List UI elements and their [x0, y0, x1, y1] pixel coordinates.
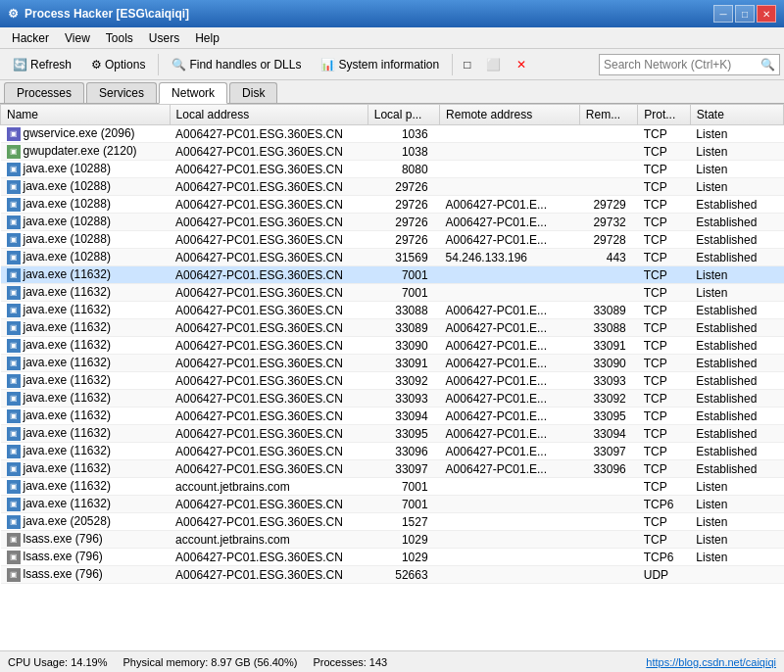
close-toolbar-button[interactable]: ✕ — [510, 52, 533, 77]
cell-remote-address — [440, 531, 580, 549]
cell-local-port: 1527 — [368, 513, 439, 531]
table-row[interactable]: ▣java.exe (11632) A006427-PC01.ESG.360ES… — [1, 302, 784, 319]
cell-state: Established — [690, 319, 783, 337]
tab-processes[interactable]: Processes — [4, 82, 84, 103]
sys-info-button[interactable]: 📊 System information — [312, 52, 448, 77]
window-controls: ─ □ ✕ — [713, 5, 776, 23]
table-row[interactable]: ▣lsass.exe (796) A006427-PC01.ESG.360ES.… — [1, 549, 784, 566]
cpu-usage: CPU Usage: 14.19% — [8, 656, 108, 668]
table-row[interactable]: ▣java.exe (20528) A006427-PC01.ESG.360ES… — [1, 513, 784, 531]
cell-protocol: TCP — [638, 125, 691, 143]
search-input[interactable] — [604, 58, 760, 72]
table-row[interactable]: ▣java.exe (11632) A006427-PC01.ESG.360ES… — [1, 319, 784, 337]
table-row[interactable]: ▣java.exe (10288) A006427-PC01.ESG.360ES… — [1, 214, 784, 231]
tab-disk[interactable]: Disk — [229, 82, 277, 103]
tab-services[interactable]: Services — [86, 82, 157, 103]
table-row[interactable]: ▣java.exe (11632) A006427-PC01.ESG.360ES… — [1, 425, 784, 443]
table-row[interactable]: ▣java.exe (11632) A006427-PC01.ESG.360ES… — [1, 460, 784, 478]
table-row[interactable]: ▣java.exe (10288) A006427-PC01.ESG.360ES… — [1, 249, 784, 266]
cell-local-port: 29726 — [368, 231, 439, 249]
table-row[interactable]: ▣java.exe (11632) account.jetbrains.com … — [1, 478, 784, 496]
table-row[interactable]: ▣java.exe (11632) A006427-PC01.ESG.360ES… — [1, 408, 784, 425]
cell-protocol: TCP — [638, 319, 691, 337]
close-button[interactable]: ✕ — [757, 5, 776, 23]
table-header-row: Name Local address Local p... Remote add… — [1, 105, 784, 125]
table-row[interactable]: ▣java.exe (11632) A006427-PC01.ESG.360ES… — [1, 355, 784, 372]
table-row[interactable]: ▣java.exe (10288) A006427-PC01.ESG.360ES… — [1, 178, 784, 196]
table-row[interactable]: ▣java.exe (10288) A006427-PC01.ESG.360ES… — [1, 196, 784, 214]
col-header-remote-port[interactable]: Rem... — [579, 105, 637, 125]
table-row[interactable]: ▣java.exe (11632) A006427-PC01.ESG.360ES… — [1, 284, 784, 302]
menu-users[interactable]: Users — [141, 29, 187, 47]
table-row[interactable]: ▣java.exe (11632) A006427-PC01.ESG.360ES… — [1, 443, 784, 460]
cell-remote-port — [579, 513, 637, 531]
process-icon: ▣ — [7, 357, 21, 370]
search-box[interactable]: 🔍 — [599, 54, 780, 75]
maximize-button[interactable]: □ — [735, 5, 755, 23]
refresh-button[interactable]: 🔄 Refresh — [4, 52, 80, 77]
col-header-local-address[interactable]: Local address — [170, 105, 368, 125]
cell-state: Established — [690, 196, 783, 214]
cell-remote-port: 443 — [579, 249, 637, 266]
cell-name: ▣java.exe (11632) — [1, 302, 171, 319]
cell-state: Listen — [690, 496, 783, 513]
cell-local-port: 8080 — [368, 161, 439, 178]
find-handles-button[interactable]: 🔍 Find handles or DLLs — [163, 52, 310, 77]
cell-protocol: TCP — [638, 231, 691, 249]
cell-protocol: TCP — [638, 513, 691, 531]
cell-name: ▣java.exe (11632) — [1, 319, 171, 337]
cell-state: Established — [690, 408, 783, 425]
window-big-button[interactable]: ⬜ — [479, 52, 508, 77]
status-link[interactable]: https://blog.csdn.net/caiqiqi — [646, 656, 776, 668]
cell-protocol: TCP — [638, 196, 691, 214]
cell-remote-port: 33094 — [579, 425, 637, 443]
options-button[interactable]: ⚙ Options — [82, 52, 154, 77]
process-icon: ▣ — [7, 480, 21, 494]
cell-remote-address — [440, 266, 580, 284]
table-row[interactable]: ▣java.exe (11632) A006427-PC01.ESG.360ES… — [1, 496, 784, 513]
cell-remote-address: A006427-PC01.E... — [440, 355, 580, 372]
menu-hacker[interactable]: Hacker — [4, 29, 57, 47]
menu-tools[interactable]: Tools — [98, 29, 141, 47]
cell-remote-port — [579, 178, 637, 196]
table-row[interactable]: ▣lsass.exe (796) A006427-PC01.ESG.360ES.… — [1, 566, 784, 584]
cell-name: ▣java.exe (11632) — [1, 478, 171, 496]
table-row[interactable]: ▣java.exe (10288) A006427-PC01.ESG.360ES… — [1, 231, 784, 249]
cell-protocol: UDP — [638, 566, 691, 584]
minimize-button[interactable]: ─ — [713, 5, 733, 23]
tab-network[interactable]: Network — [159, 82, 227, 104]
cell-state: Established — [690, 355, 783, 372]
cell-protocol: TCP — [638, 531, 691, 549]
cell-protocol: TCP — [638, 143, 691, 161]
cell-name: ▣java.exe (10288) — [1, 178, 171, 196]
cell-remote-address: A006427-PC01.E... — [440, 372, 580, 390]
menu-help[interactable]: Help — [187, 29, 227, 47]
cell-state: Listen — [690, 549, 783, 566]
table-row[interactable]: ▣java.exe (11632) A006427-PC01.ESG.360ES… — [1, 372, 784, 390]
col-header-remote-address[interactable]: Remote address — [440, 105, 580, 125]
toolbar-separator-2 — [452, 54, 453, 75]
cell-local-port: 1038 — [368, 143, 439, 161]
cell-protocol: TCP — [638, 372, 691, 390]
table-row[interactable]: ▣lsass.exe (796) account.jetbrains.com 1… — [1, 531, 784, 549]
window-small-button[interactable]: □ — [457, 52, 477, 77]
cell-name: ▣java.exe (11632) — [1, 460, 171, 478]
col-header-protocol[interactable]: Prot... — [638, 105, 691, 125]
process-icon: ▣ — [7, 233, 21, 247]
table-row[interactable]: ▣java.exe (10288) A006427-PC01.ESG.360ES… — [1, 161, 784, 178]
table-row[interactable]: ▣java.exe (11632) A006427-PC01.ESG.360ES… — [1, 390, 784, 408]
cell-state: Established — [690, 214, 783, 231]
cell-local-address: A006427-PC01.ESG.360ES.CN — [170, 496, 368, 513]
table-row[interactable]: ▣gwupdater.exe (2120) A006427-PC01.ESG.3… — [1, 143, 784, 161]
table-row[interactable]: ▣java.exe (11632) A006427-PC01.ESG.360ES… — [1, 266, 784, 284]
table-row[interactable]: ▣gwservice.exe (2096) A006427-PC01.ESG.3… — [1, 125, 784, 143]
network-table-container[interactable]: Name Local address Local p... Remote add… — [0, 104, 784, 650]
cell-remote-port: 29732 — [579, 214, 637, 231]
col-header-local-port[interactable]: Local p... — [368, 105, 439, 125]
cell-remote-address — [440, 143, 580, 161]
table-row[interactable]: ▣java.exe (11632) A006427-PC01.ESG.360ES… — [1, 337, 784, 355]
col-header-name[interactable]: Name — [1, 105, 171, 125]
col-header-state[interactable]: State — [690, 105, 783, 125]
menu-view[interactable]: View — [57, 29, 98, 47]
cell-remote-address: A006427-PC01.E... — [440, 337, 580, 355]
